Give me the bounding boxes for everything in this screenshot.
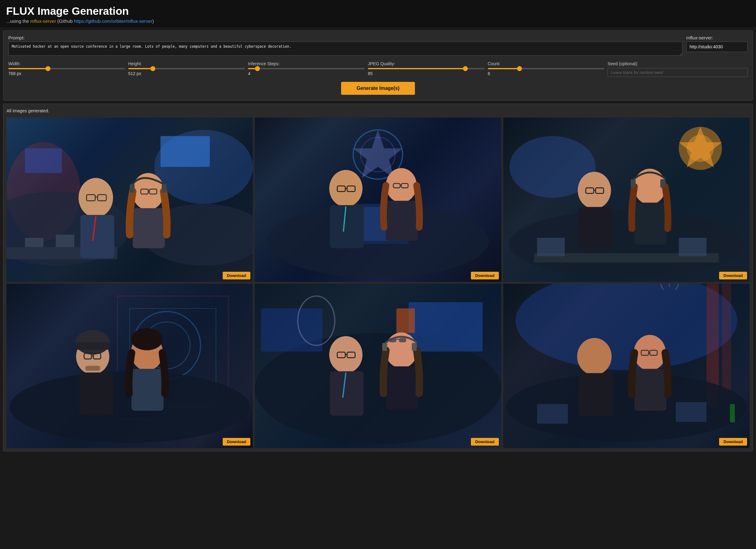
svg-point-10 <box>78 178 113 217</box>
svg-point-35 <box>386 168 417 202</box>
svg-rect-32 <box>347 186 355 191</box>
scene-svg-6 <box>503 284 750 448</box>
svg-rect-93 <box>722 284 731 395</box>
svg-rect-3 <box>161 136 210 167</box>
svg-point-44 <box>509 210 743 278</box>
jpeg-slider[interactable] <box>368 68 485 69</box>
svg-rect-8 <box>25 238 43 247</box>
image-cell-1: Download <box>6 117 253 282</box>
svg-rect-92 <box>706 284 719 407</box>
steps-value: 4 <box>248 71 365 76</box>
svg-rect-12 <box>86 194 95 201</box>
download-button-1[interactable]: Download <box>223 272 251 280</box>
svg-point-84 <box>385 332 417 368</box>
svg-rect-71 <box>132 369 164 411</box>
svg-point-62 <box>76 339 109 375</box>
download-button-2[interactable]: Download <box>471 272 499 280</box>
svg-rect-75 <box>261 308 322 352</box>
svg-rect-49 <box>578 207 612 248</box>
width-slider[interactable] <box>8 68 125 69</box>
image-placeholder-6 <box>503 284 750 448</box>
svg-point-72 <box>131 328 163 350</box>
width-group: Width: 768 px <box>8 61 125 76</box>
width-value: 768 px <box>8 71 125 76</box>
width-label: Width: <box>8 61 125 66</box>
svg-rect-11 <box>80 215 114 258</box>
download-button-6[interactable]: Download <box>719 438 747 446</box>
svg-rect-101 <box>730 404 735 423</box>
svg-rect-65 <box>79 373 113 416</box>
svg-rect-105 <box>634 369 666 411</box>
svg-point-40 <box>679 127 722 170</box>
svg-rect-54 <box>634 202 666 244</box>
svg-point-29 <box>329 170 363 207</box>
scene-svg-2 <box>255 117 501 282</box>
download-button-3[interactable]: Download <box>719 272 747 280</box>
svg-rect-9 <box>56 235 74 247</box>
svg-rect-86 <box>389 338 396 343</box>
scene-svg-1 <box>6 117 253 282</box>
svg-rect-106 <box>641 351 648 356</box>
server-input[interactable] <box>686 42 748 52</box>
github-suffix: ) <box>152 18 154 24</box>
seed-input[interactable] <box>607 68 748 77</box>
svg-line-83 <box>343 373 346 398</box>
steps-label: Inference Steps: <box>248 61 365 66</box>
output-area: All images generated. <box>3 104 753 452</box>
generate-button[interactable]: Generate Image(s) <box>341 82 415 95</box>
download-button-5[interactable]: Download <box>471 438 499 446</box>
svg-point-48 <box>578 172 611 209</box>
svg-point-59 <box>133 312 201 379</box>
svg-rect-38 <box>401 183 408 188</box>
image-cell-3: Download <box>503 117 750 282</box>
svg-point-61 <box>10 372 250 443</box>
svg-point-24 <box>361 137 395 172</box>
svg-rect-50 <box>586 188 594 193</box>
svg-point-1 <box>154 130 253 204</box>
jpeg-label: JPEG Quality: <box>368 61 485 66</box>
svg-point-102 <box>577 338 611 375</box>
svg-rect-81 <box>347 352 355 358</box>
svg-rect-0 <box>6 117 253 282</box>
count-group: Count: 6 <box>488 61 605 76</box>
svg-rect-87 <box>399 338 406 343</box>
mflux-server-link[interactable]: mflux-server <box>30 18 56 24</box>
download-button-4[interactable]: Download <box>223 438 251 446</box>
prompt-input[interactable]: Motivated hacker at an open source confe… <box>8 42 682 56</box>
height-group: Height: 512 px <box>128 61 245 76</box>
scene-svg-3 <box>503 117 750 282</box>
svg-rect-45 <box>534 253 719 262</box>
svg-rect-13 <box>97 194 106 201</box>
jpeg-value: 85 <box>368 71 485 76</box>
app-subtitle: ...using the mflux-server (Github https:… <box>6 18 750 24</box>
height-slider[interactable] <box>128 68 245 69</box>
svg-rect-85 <box>386 367 418 410</box>
image-cell-6: Download <box>503 284 750 448</box>
svg-point-60 <box>143 322 190 369</box>
svg-rect-58 <box>130 308 216 407</box>
svg-rect-57 <box>117 296 229 420</box>
svg-point-16 <box>132 173 164 210</box>
image-placeholder-3 <box>503 117 750 282</box>
app-title: FLUX Image Generation <box>6 5 750 17</box>
svg-point-41 <box>687 135 714 162</box>
svg-point-104 <box>634 335 666 371</box>
image-placeholder-2 <box>255 117 501 282</box>
github-link[interactable]: https://github.com/orbiter/mflux-server <box>74 18 152 24</box>
svg-rect-80 <box>337 352 345 358</box>
prompt-label: Prompt: <box>8 35 682 40</box>
svg-point-78 <box>329 336 363 373</box>
svg-rect-55 <box>631 179 635 188</box>
svg-line-97 <box>676 284 679 290</box>
svg-rect-79 <box>330 372 364 416</box>
svg-rect-56 <box>660 179 665 188</box>
scene-svg-5 <box>255 284 501 448</box>
generate-row: Generate Image(s) <box>8 82 748 95</box>
svg-rect-89 <box>382 343 387 351</box>
svg-rect-18 <box>141 189 148 194</box>
steps-slider[interactable] <box>248 68 365 69</box>
image-cell-4: Download <box>6 284 253 448</box>
server-section: mflux-server: <box>686 35 748 52</box>
count-slider[interactable] <box>488 68 605 69</box>
svg-point-43 <box>509 136 595 197</box>
